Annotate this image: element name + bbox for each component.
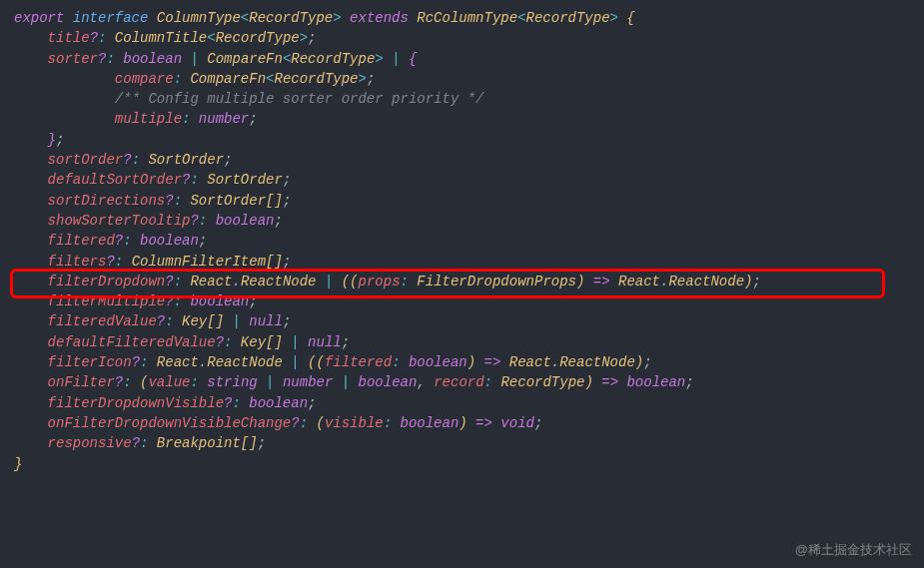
token: : <box>174 293 191 309</box>
token: { <box>626 10 634 26</box>
token: boolean <box>626 374 685 390</box>
token: : <box>384 415 401 431</box>
token: => <box>467 415 501 431</box>
token: null <box>249 313 283 329</box>
token: | <box>224 313 249 329</box>
token: ? <box>291 415 299 431</box>
token: [] <box>207 313 224 329</box>
token: ; <box>534 415 542 431</box>
token: ; <box>308 395 316 411</box>
token: : <box>182 111 199 127</box>
token: ColumnType <box>157 10 241 26</box>
token: null <box>308 334 342 350</box>
token: ? <box>123 152 131 168</box>
token: ) <box>635 354 643 370</box>
token: boolean <box>216 213 275 229</box>
token: < <box>517 10 525 26</box>
token: filteredValue <box>48 313 157 329</box>
code-line: onFilterDropdownVisibleChange?: (visible… <box>14 413 910 433</box>
token: sortOrder <box>48 152 124 168</box>
code-line: responsive?: Breakpoint[]; <box>14 433 910 453</box>
token: => <box>593 374 627 390</box>
token: < <box>207 30 215 46</box>
token: ; <box>258 435 266 451</box>
token: ( <box>316 415 324 431</box>
token: | <box>258 374 283 390</box>
token: ? <box>157 313 165 329</box>
token: > <box>375 51 383 67</box>
token: multiple <box>115 111 182 127</box>
token: ? <box>106 254 114 270</box>
token: ; <box>643 354 651 370</box>
token: responsive <box>48 435 132 451</box>
token: ; <box>199 233 207 249</box>
token: } <box>14 456 22 472</box>
token: } <box>48 132 56 148</box>
code-line: filterMultiple?: boolean; <box>14 291 910 311</box>
token: : <box>190 374 207 390</box>
token: filterIcon <box>48 354 132 370</box>
code-line: sortOrder?: SortOrder; <box>14 150 910 170</box>
token: . <box>551 354 559 370</box>
token: boolean <box>190 293 249 309</box>
token: export <box>14 10 73 26</box>
token: RcColumnType <box>417 10 517 26</box>
token: /** Config multiple sorter order priorit… <box>115 91 484 107</box>
token: [] <box>266 334 283 350</box>
token: [] <box>266 193 283 209</box>
token: [] <box>266 254 283 270</box>
token: ? <box>165 274 173 289</box>
code-line: showSorterTooltip?: boolean; <box>14 211 910 231</box>
token: React <box>157 354 199 370</box>
token: sorter <box>48 51 98 67</box>
token: React <box>190 274 232 289</box>
token: . <box>199 354 207 370</box>
token: : <box>140 435 157 451</box>
token: SortOrder <box>190 193 266 209</box>
token: boolean <box>409 354 467 370</box>
token: RecordType <box>500 374 584 390</box>
token: ; <box>752 274 760 289</box>
token: ? <box>190 213 198 229</box>
token: : <box>174 71 191 87</box>
token: : <box>132 152 149 168</box>
token: React <box>618 274 660 289</box>
token: filtered <box>325 354 392 370</box>
token: filtered <box>48 233 115 249</box>
token: filterDropdown <box>48 274 166 289</box>
token: : <box>174 274 191 289</box>
token: ? <box>90 30 98 46</box>
token: boolean <box>249 395 308 411</box>
token: => <box>584 274 618 289</box>
token: ; <box>685 374 693 390</box>
token: ; <box>283 313 291 329</box>
token: : <box>199 213 216 229</box>
code-line: onFilter?: (value: string | number | boo… <box>14 372 910 392</box>
code-block: export interface ColumnType<RecordType> … <box>0 0 924 482</box>
token: filterMultiple <box>48 293 166 309</box>
token: props <box>359 274 401 289</box>
watermark: @稀土掘金技术社区 <box>795 541 912 560</box>
token: RecordType <box>291 51 375 67</box>
token: ) <box>459 415 466 431</box>
token: filterDropdownVisible <box>48 395 224 411</box>
token: CompareFn <box>207 51 283 67</box>
token: number <box>283 374 333 390</box>
token: > <box>359 71 367 87</box>
code-line: } <box>14 454 910 474</box>
token: : <box>232 395 249 411</box>
token: ; <box>283 172 291 188</box>
token: onFilter <box>48 374 115 390</box>
token: : <box>140 354 157 370</box>
token: | <box>317 274 342 289</box>
token: value <box>148 374 190 390</box>
token: string <box>207 374 257 390</box>
code-line: multiple: number; <box>14 109 910 129</box>
token: boolean <box>401 415 460 431</box>
token: SortOrder <box>148 152 224 168</box>
token: Key <box>241 334 266 350</box>
code-line: defaultSortOrder?: SortOrder; <box>14 170 910 190</box>
token: ; <box>224 152 232 168</box>
code-line: sorter?: boolean | CompareFn<RecordType>… <box>14 49 910 69</box>
token: ReactNode <box>241 274 317 289</box>
